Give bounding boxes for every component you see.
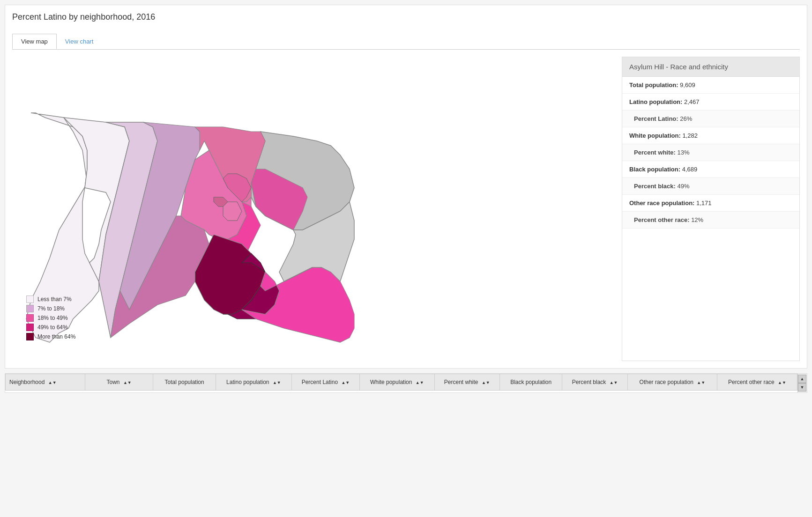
tabs-bar: View map View chart [12,34,800,50]
tab-map[interactable]: View map [12,34,57,49]
info-label-pct-white: Percent white: [634,149,676,156]
col-label-neighborhood: Neighborhood [9,379,45,385]
info-row-other-pop: Other race population: 1,171 [622,195,799,212]
legend-label-4: 49% to 64% [37,324,68,331]
table-scrollbar[interactable]: ▲ ▼ [797,374,807,392]
map-area: Less than 7% 7% to 18% 18% to 49% 49% to… [12,57,612,361]
legend-color-3 [26,314,34,322]
info-value-white-pop: 1,282 [682,132,698,139]
sort-icon-pct-black[interactable]: ▲▼ [610,381,618,385]
sort-icon-pct-other[interactable]: ▲▼ [778,381,786,385]
sort-icon-town[interactable]: ▲▼ [123,381,132,385]
page-title: Percent Latino by neighborhood, 2016 [12,12,800,27]
col-label-pct-black: Percent black [572,379,606,385]
info-row-pct-white: Percent white: 13% [622,144,799,161]
legend-item-5: More than 64% [26,333,75,340]
table-container: Neighborhood ▲▼ Town ▲▼ Total population [5,374,807,392]
legend-item-3: 18% to 49% [26,314,75,322]
main-content: Less than 7% 7% to 18% 18% to 49% 49% to… [12,57,800,361]
info-value-other-pop: 1,171 [696,199,712,207]
legend-color-2 [26,305,34,312]
col-label-total-pop: Total population [165,379,204,385]
legend-label-2: 7% to 18% [37,305,65,312]
legend-item-2: 7% to 18% [26,305,75,312]
col-header-latino-pop[interactable]: Latino population ▲▼ [216,374,291,391]
legend-item-1: Less than 7% [26,295,75,303]
col-label-other-pop: Other race population [640,379,693,385]
info-value-total-pop: 9,609 [680,81,695,89]
col-header-pct-white[interactable]: Percent white ▲▼ [434,374,499,391]
legend-color-4 [26,324,34,331]
info-row-latino-pop: Latino population: 2,467 [622,94,799,111]
info-label-pct-other: Percent other race: [634,216,690,223]
table-section: Neighborhood ▲▼ Town ▲▼ Total population [5,373,807,393]
map-legend: Less than 7% 7% to 18% 18% to 49% 49% to… [26,295,75,342]
info-value-pct-white: 13% [677,149,689,156]
info-row-pct-latino: Percent Latino: 26% [622,111,799,127]
sort-icon-white-pop[interactable]: ▲▼ [416,381,424,385]
col-header-pct-black[interactable]: Percent black ▲▼ [562,374,627,391]
page-container: Percent Latino by neighborhood, 2016 Vie… [0,5,812,517]
legend-color-1 [26,295,34,303]
legend-color-5 [26,333,34,340]
col-label-pct-white: Percent white [444,379,478,385]
info-label-white-pop: White population: [629,132,681,139]
data-table: Neighborhood ▲▼ Town ▲▼ Total population [5,374,797,391]
legend-label-5: More than 64% [37,333,75,340]
info-label-pct-latino: Percent Latino: [634,115,678,122]
info-label-other-pop: Other race population: [629,199,694,207]
info-row-pct-black: Percent black: 49% [622,178,799,195]
info-value-pct-other: 12% [691,216,703,223]
info-value-black-pop: 4,689 [682,166,698,173]
top-section: Percent Latino by neighborhood, 2016 Vie… [5,5,807,369]
legend-item-4: 49% to 64% [26,324,75,331]
col-label-town: Town [107,379,120,385]
sort-icon-pct-latino[interactable]: ▲▼ [341,381,350,385]
scroll-down-button[interactable]: ▼ [798,383,806,391]
info-row-white-pop: White population: 1,282 [622,127,799,144]
info-row-black-pop: Black population: 4,689 [622,161,799,178]
col-header-black-pop: Black population [499,374,562,391]
info-panel-title: Asylum Hill - Race and ethnicity [622,57,799,77]
info-panel: Asylum Hill - Race and ethnicity Total p… [622,57,800,361]
table-header-row: Neighborhood ▲▼ Town ▲▼ Total population [6,374,797,391]
col-label-white-pop: White population [370,379,412,385]
col-header-town[interactable]: Town ▲▼ [85,374,153,391]
col-header-total-pop: Total population [153,374,216,391]
col-header-white-pop[interactable]: White population ▲▼ [360,374,435,391]
col-header-neighborhood[interactable]: Neighborhood ▲▼ [6,374,85,391]
legend-label-3: 18% to 49% [37,315,68,321]
col-header-pct-other[interactable]: Percent other race ▲▼ [717,374,797,391]
info-label-black-pop: Black population: [629,166,680,173]
col-label-black-pop: Black population [510,379,551,385]
col-label-pct-latino: Percent Latino [302,379,338,385]
info-label-total-pop: Total population: [629,81,678,89]
legend-label-1: Less than 7% [37,296,72,303]
info-row-total-pop: Total population: 9,609 [622,77,799,94]
tab-chart[interactable]: View chart [57,34,102,49]
info-value-latino-pop: 2,467 [684,98,700,105]
table-wrapper[interactable]: Neighborhood ▲▼ Town ▲▼ Total population [5,374,797,392]
info-value-pct-black: 49% [678,183,690,190]
info-row-pct-other: Percent other race: 12% [622,212,799,229]
info-label-pct-black: Percent black: [634,183,676,190]
sort-icon-pct-white[interactable]: ▲▼ [482,381,490,385]
col-header-other-pop[interactable]: Other race population ▲▼ [627,374,717,391]
info-value-pct-latino: 26% [680,115,692,122]
info-label-latino-pop: Latino population: [629,98,682,105]
col-header-pct-latino[interactable]: Percent Latino ▲▼ [291,374,359,391]
scroll-up-button[interactable]: ▲ [798,375,806,383]
col-label-latino-pop: Latino population [226,379,269,385]
col-label-pct-other: Percent other race [728,379,775,385]
sort-icon-other-pop[interactable]: ▲▼ [697,381,705,385]
sort-icon-latino-pop[interactable]: ▲▼ [273,381,281,385]
sort-icon-neighborhood[interactable]: ▲▼ [48,381,57,385]
